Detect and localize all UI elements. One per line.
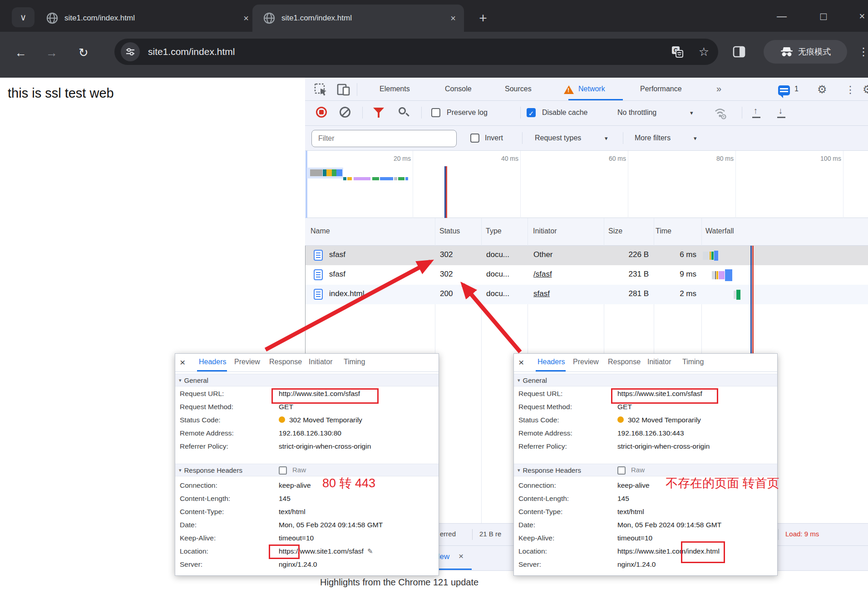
address-bar[interactable]: site1.com/index.html G ☆ (114, 39, 718, 65)
timeline-overview[interactable] (305, 151, 868, 218)
invert-label[interactable]: Invert (485, 134, 503, 142)
url-text[interactable]: site1.com/index.html (148, 46, 235, 57)
tab-headers[interactable]: Headers (199, 358, 226, 366)
site-info-button[interactable] (121, 42, 140, 61)
tab-preview[interactable]: Preview (573, 358, 599, 366)
disable-cache-label[interactable]: Disable cache (542, 109, 588, 117)
request-name[interactable]: sfasf (329, 270, 345, 279)
chevron-down-icon[interactable]: ▾ (694, 135, 697, 142)
request-name[interactable]: index.html (329, 289, 364, 298)
section-general[interactable]: ▾ General (514, 374, 777, 386)
inspect-icon[interactable] (314, 83, 328, 96)
translate-icon[interactable]: G (671, 46, 683, 58)
side-panel-icon[interactable] (733, 45, 745, 58)
tab-headers[interactable]: Headers (538, 358, 565, 366)
raw-checkbox[interactable] (279, 466, 287, 475)
edit-pencil-icon[interactable]: ✎ (367, 547, 373, 555)
header-row: Content-Type:text/html (514, 505, 777, 519)
col-status[interactable]: Status (439, 227, 460, 235)
request-types-dropdown[interactable]: Request types (535, 134, 581, 142)
search-icon[interactable] (399, 107, 406, 114)
col-name[interactable]: Name (311, 227, 330, 235)
chevron-down-icon[interactable]: ▾ (690, 109, 693, 116)
browser-menu-icon[interactable]: ⋮ (858, 45, 868, 58)
reload-button[interactable]: ↻ (74, 44, 93, 62)
col-time[interactable]: Time (656, 227, 671, 235)
tab-initiator[interactable]: Initiator (647, 358, 671, 366)
gridline (628, 151, 628, 218)
preserve-log-checkbox[interactable] (431, 108, 440, 117)
tab-initiator[interactable]: Initiator (309, 358, 332, 366)
close-icon[interactable]: × (180, 357, 185, 368)
export-har-icon[interactable]: → (776, 107, 786, 118)
tab-timing[interactable]: Timing (682, 358, 704, 366)
import-har-icon[interactable]: ← (751, 107, 761, 118)
incognito-badge[interactable]: 无痕模式 (764, 40, 847, 64)
overview-grip[interactable] (306, 151, 307, 218)
tab-console[interactable]: Console (445, 85, 472, 93)
tab-preview[interactable]: Preview (234, 358, 260, 366)
col-waterfall[interactable]: Waterfall (705, 227, 734, 235)
more-filters-dropdown[interactable]: More filters (635, 134, 671, 142)
close-icon[interactable]: × (518, 357, 524, 368)
devtools-menu-icon[interactable]: ⋮ (845, 84, 855, 96)
overview-bar (326, 169, 332, 176)
maximize-button[interactable]: □ (814, 8, 833, 25)
browser-tab-2-active[interactable]: site1.com/index.html × (252, 5, 464, 32)
throttling-select[interactable]: No throttling (617, 109, 656, 117)
tab-response[interactable]: Response (608, 358, 641, 366)
device-toolbar-icon[interactable] (337, 83, 350, 96)
bookmark-star-icon[interactable]: ☆ (699, 45, 709, 59)
tab-search-button[interactable]: ∨ (12, 7, 35, 27)
section-response-headers[interactable]: ▾ Response Headers Raw (175, 464, 439, 476)
clear-button[interactable] (340, 107, 350, 118)
disable-cache-checkbox[interactable]: ✓ (527, 108, 536, 117)
filter-input[interactable] (311, 130, 457, 147)
tab-elements[interactable]: Elements (380, 85, 410, 93)
tick-label: 20 ms (394, 155, 411, 162)
tab-timing[interactable]: Timing (344, 358, 365, 366)
tab-sources[interactable]: Sources (505, 85, 532, 93)
tab-response[interactable]: Response (269, 358, 302, 366)
issues-count[interactable]: 1 (794, 85, 799, 93)
record-button[interactable] (316, 107, 327, 118)
header-value: GET (279, 403, 293, 411)
overview-bar (310, 169, 322, 176)
col-type[interactable]: Type (486, 227, 502, 235)
header-label: Connection: (180, 481, 217, 490)
header-value: nginx/1.24.0 (279, 560, 317, 569)
raw-checkbox[interactable] (617, 466, 626, 475)
table-row[interactable]: index.html 200 docu... sfasf 281 B 2 ms (306, 285, 868, 304)
request-name[interactable]: sfasf (329, 250, 345, 259)
preserve-log-label[interactable]: Preserve log (447, 109, 488, 117)
section-response-headers[interactable]: ▾ Response Headers Raw (514, 464, 777, 476)
chevron-down-icon[interactable]: ▾ (605, 135, 608, 142)
window-close-button[interactable]: × (856, 8, 868, 25)
back-button[interactable]: ← (12, 44, 30, 62)
invert-checkbox[interactable] (470, 134, 479, 143)
table-row[interactable]: sfasf 302 docu... /sfasf 231 B 9 ms (306, 265, 868, 285)
header-value: 302 Moved Temporarily (617, 416, 701, 424)
close-icon[interactable]: × (447, 13, 459, 24)
col-size[interactable]: Size (608, 227, 622, 235)
browser-tab-1[interactable]: site1.com/index.html × (39, 5, 252, 32)
issues-icon[interactable] (778, 85, 790, 95)
col-initiator[interactable]: Initiator (533, 227, 557, 235)
forward-button[interactable]: → (43, 44, 61, 62)
tab-network[interactable]: Network (578, 85, 605, 93)
table-row[interactable]: sfasf 302 docu... Other 226 B 6 ms (306, 246, 868, 265)
close-icon[interactable]: × (459, 551, 464, 561)
network-conditions-icon[interactable] (714, 106, 728, 120)
new-tab-button[interactable]: + (473, 8, 493, 28)
gridline (413, 151, 413, 218)
section-general[interactable]: ▾ General (175, 374, 439, 386)
request-initiator-link[interactable]: sfasf (533, 289, 550, 298)
tab-performance[interactable]: Performance (640, 85, 682, 93)
more-tabs-icon[interactable]: » (716, 84, 721, 94)
active-tab-underline (197, 370, 227, 371)
active-tab-underline (568, 99, 623, 100)
gear-icon[interactable]: ⚙ (817, 83, 827, 96)
minimize-button[interactable]: — (773, 8, 791, 25)
close-icon[interactable]: × (240, 13, 252, 24)
request-initiator-link[interactable]: /sfasf (533, 270, 552, 279)
